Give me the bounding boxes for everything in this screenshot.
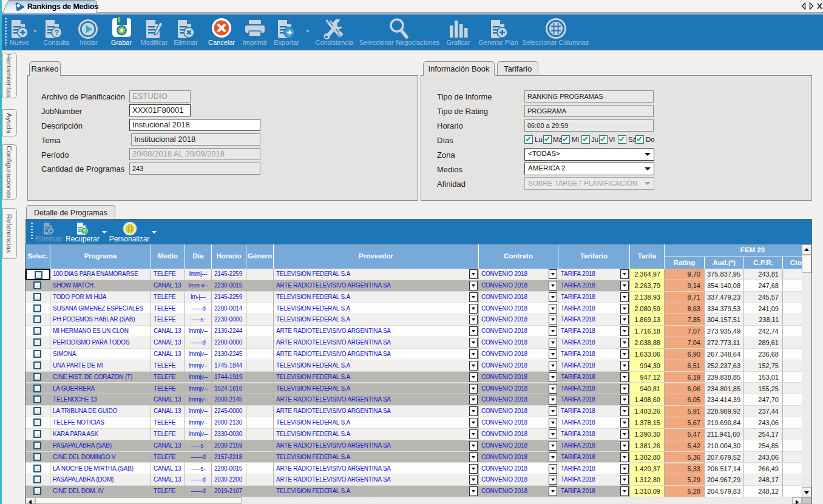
svg-text:?: ?: [55, 29, 59, 37]
